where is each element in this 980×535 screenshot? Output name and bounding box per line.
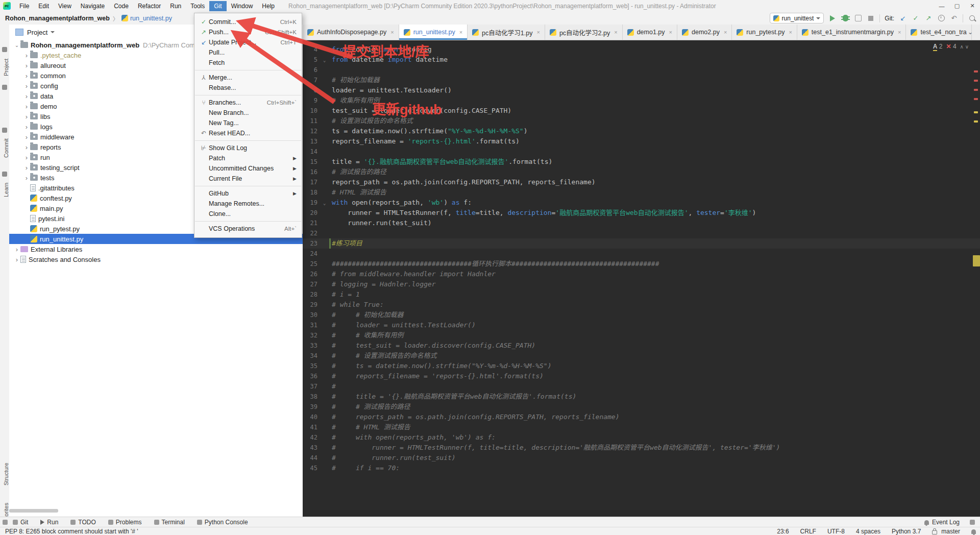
menubar-item-tools[interactable]: Tools [186,1,209,11]
fold-icon[interactable]: ⌄ [323,198,326,208]
status-indent-style[interactable]: 4 spaces [856,528,880,535]
tree-item-external-libraries[interactable]: ›External Libraries [9,244,303,254]
lock-icon[interactable] [932,530,937,534]
menubar-item-window[interactable]: Window [227,1,258,11]
tab-close-icon[interactable]: × [724,29,727,35]
git-menu-item-pull-[interactable]: Pull... [194,47,302,58]
tool-stripe-git[interactable]: Git [13,519,28,526]
editor-tab-run-pytest-py[interactable]: run_pytest.py× [732,25,797,40]
editor-tab-demo2-py[interactable]: demo2.py× [677,25,732,40]
status-python-interpreter[interactable]: Python 3.7 [892,528,921,535]
git-menu-item-clone-[interactable]: Clone... [194,209,302,219]
menubar-item-run[interactable]: Run [165,1,186,11]
commit-icon[interactable]: ✓ [912,14,920,22]
tab-close-icon[interactable]: × [789,29,792,35]
status-line-endings[interactable]: CRLF [800,528,816,535]
breadcrumb-project[interactable]: Rohon_managementplatform_web [5,15,110,22]
close-button[interactable]: ✕ [965,0,980,12]
tool-stripe-run[interactable]: Run [40,519,58,526]
tab-close-icon[interactable]: × [669,29,672,35]
tree-chevron-icon[interactable]: ⌄ [13,42,20,48]
tool-stripe-event-log[interactable]: Event Log [932,519,960,526]
learn-icon[interactable] [2,172,7,177]
menubar-item-code[interactable]: Code [109,1,133,11]
menubar-item-git[interactable]: Git [209,1,226,11]
minimize-button[interactable]: — [934,0,949,12]
rollback-icon[interactable]: ↶ [950,14,958,22]
tree-chevron-icon[interactable]: › [13,246,20,253]
tool-stripe-terminal[interactable]: Terminal [154,519,185,526]
tool-stripe-todo[interactable]: TODO [70,519,95,526]
update-project-icon[interactable]: ↙ [899,14,907,22]
tree-chevron-icon[interactable]: › [23,123,30,131]
editor-tab-pc-2-py[interactable]: pc自动化学习2.py× [545,25,623,40]
tab-close-icon[interactable]: × [390,29,394,35]
tool-stripe-commit[interactable]: Commit [0,135,9,161]
run-configuration-select[interactable]: run_unittest [770,13,824,23]
tree-chevron-icon[interactable]: › [23,103,30,110]
tab-close-icon[interactable]: × [614,29,617,35]
editor-tab-demo1-py[interactable]: demo1.py× [623,25,677,40]
bookmarks-icon[interactable] [2,85,7,90]
tool-stripe-python-console[interactable]: Python Console [197,519,248,526]
git-menu-item-push-[interactable]: ↗Push...Ctrl+Shift+K [194,27,302,37]
hidden-tabs-chevron-icon[interactable]: ⌄ [968,29,973,36]
editor-tab-test-e4-non-tra[interactable]: test_e4_non_tra [906,25,971,40]
git-menu-item-current-file[interactable]: Current File▶ [194,174,302,184]
editor-tab-test-e1-instrumentmargin-py[interactable]: test_e1_instrumentmargin.py× [797,25,906,40]
status-caret-position[interactable]: 23:6 [777,528,789,535]
tree-item-scratches-and-consoles[interactable]: ›Scratches and Consoles [9,254,303,264]
tree-chevron-icon[interactable]: › [23,92,30,100]
tree-chevron-icon[interactable]: › [23,52,30,59]
maximize-button[interactable]: ▢ [949,0,965,12]
commit-toolwindow-icon[interactable] [2,128,7,133]
tool-stripe-learn[interactable]: Learn [0,179,9,201]
debug-button[interactable] [841,14,849,22]
git-menu-item-manage-remotes-[interactable]: Manage Remotes... [194,199,302,209]
menubar-item-file[interactable]: File [15,1,34,11]
toolwindow-toggle-icon[interactable] [3,520,8,525]
layout-icon[interactable] [970,520,975,525]
menubar-item-refactor[interactable]: Refactor [133,1,165,11]
git-menu-item-branches-[interactable]: ⑂Branches...Ctrl+Shift+` [194,98,302,108]
tree-chevron-icon[interactable]: › [23,113,30,120]
tree-chevron-icon[interactable]: › [23,174,30,182]
fold-icon[interactable]: ⌄ [323,55,326,65]
tree-chevron-icon[interactable]: › [23,82,30,90]
tree-chevron-icon[interactable]: › [23,133,30,141]
menubar-item-view[interactable]: View [54,1,76,11]
push-icon[interactable]: ↗ [924,14,933,22]
tab-close-icon[interactable]: × [536,29,540,35]
git-menu-item-github[interactable]: GitHub▶ [194,188,302,199]
tool-stripe-project[interactable]: Project [0,54,9,81]
tree-chevron-icon[interactable]: › [23,72,30,80]
git-menu-item-show-git-log[interactable]: ⊬Show Git Log [194,143,302,153]
git-menu-item-patch[interactable]: Patch▶ [194,153,302,163]
notifications-bell-icon[interactable] [971,529,976,534]
git-menu-item-commit-[interactable]: ✓Commit...Ctrl+K [194,17,302,27]
git-menu-item-merge-[interactable]: ⅄Merge... [194,72,302,83]
history-icon[interactable] [937,14,945,22]
stop-button[interactable] [867,14,875,22]
editor-scrollbar[interactable] [973,40,980,517]
git-menu-item-new-branch-[interactable]: New Branch... [194,108,302,118]
run-button[interactable] [828,14,837,22]
editor-tab-run-unittest-py[interactable]: run_unittest.py× [399,25,468,40]
menubar-item-help[interactable]: Help [257,1,279,11]
search-everywhere-icon[interactable] [968,14,976,22]
git-menu-item-new-tag-[interactable]: New Tag... [194,118,302,128]
tree-chevron-icon[interactable]: › [23,143,30,151]
coverage-button[interactable] [854,14,862,22]
editor-tab-authinfodisposepage-py[interactable]: AuthInfoDisposepage.py× [303,25,399,40]
project-toolwindow-icon[interactable] [2,47,7,52]
git-menu-item-uncommitted-changes[interactable]: Uncommitted Changes▶ [194,163,302,174]
status-file-encoding[interactable]: UTF-8 [827,528,845,535]
git-menu-item-vcs-operations[interactable]: VCS OperationsAlt+` [194,224,302,234]
git-menu-item-fetch[interactable]: Fetch [194,58,302,68]
menubar-item-edit[interactable]: Edit [34,1,54,11]
tree-chevron-icon[interactable]: › [23,62,30,69]
menubar-item-navigate[interactable]: Navigate [76,1,109,11]
tool-stripe-structure[interactable]: Structure [0,458,9,490]
git-menu-item-reset-head-[interactable]: ↶Reset HEAD... [194,128,302,138]
status-git-branch[interactable]: master [941,528,960,535]
